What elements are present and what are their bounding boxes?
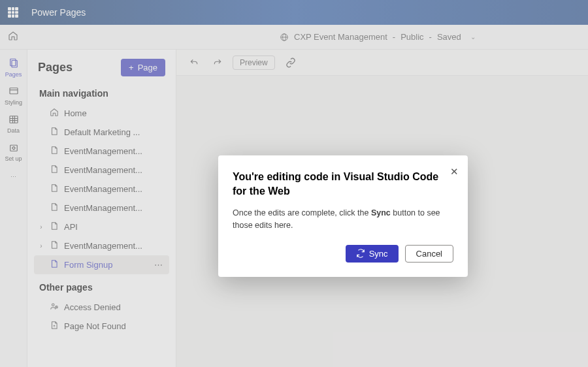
close-icon: ✕ [450,166,459,177]
sync-modal: ✕ You're editing code in Visual Studio C… [218,155,468,277]
modal-title: You're editing code in Visual Studio Cod… [233,170,453,198]
cancel-button[interactable]: Cancel [405,245,453,263]
close-button[interactable]: ✕ [450,166,459,178]
modal-body: Once the edits are complete, click the S… [233,207,453,232]
sync-icon [356,249,365,258]
sync-button[interactable]: Sync [346,245,399,263]
modal-overlay: ✕ You're editing code in Visual Studio C… [0,0,588,367]
